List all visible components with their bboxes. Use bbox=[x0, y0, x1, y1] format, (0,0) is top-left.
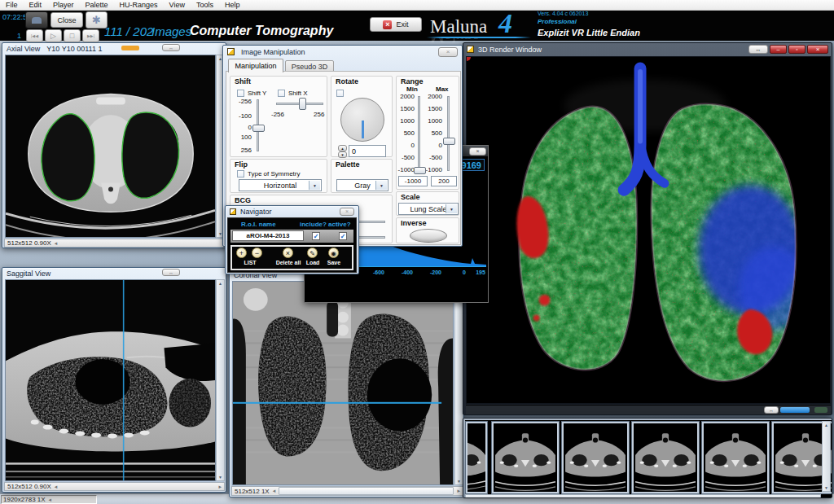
minimize-button[interactable]: – bbox=[770, 45, 787, 54]
saggital-title-bar[interactable]: Saggital View bbox=[2, 268, 226, 278]
range-min-slider-thumb[interactable] bbox=[414, 167, 426, 174]
axial-viewport[interactable] bbox=[5, 55, 216, 238]
flip-symmetry-dropdown[interactable]: Horizontal ▼ bbox=[239, 179, 322, 191]
roi-name-input[interactable]: aROI-M4-2013 bbox=[232, 230, 304, 241]
tab-manipulation[interactable]: Manipulation bbox=[228, 59, 283, 72]
saggital-vertical-scrollbar[interactable]: ▲ ▼ bbox=[216, 279, 225, 481]
load-button[interactable]: ✎ bbox=[307, 248, 318, 258]
scroll-left-icon[interactable]: ◂ bbox=[55, 484, 58, 490]
rotate-dial[interactable] bbox=[340, 98, 384, 142]
shift-y-slider-thumb[interactable] bbox=[252, 125, 265, 132]
range-max-value-field[interactable]: 200 bbox=[431, 176, 457, 186]
render3d-viewport[interactable] bbox=[466, 56, 831, 404]
menu-view[interactable]: View bbox=[164, 0, 191, 10]
rotate-checkbox[interactable] bbox=[336, 90, 344, 97]
scroll-right-icon[interactable]: ▸ bbox=[817, 495, 820, 498]
flip-checkbox[interactable] bbox=[237, 170, 244, 177]
skip-forward-button[interactable]: ▶▶| bbox=[82, 29, 99, 42]
skip-back-button[interactable]: |◀◀ bbox=[26, 29, 43, 42]
delete-all-button[interactable]: × bbox=[283, 248, 293, 258]
scroll-left-icon[interactable]: ◂ bbox=[55, 240, 58, 247]
scroll-down-icon[interactable]: ▼ bbox=[823, 485, 830, 490]
saggital-collapse-button[interactable]: ↔ bbox=[162, 269, 180, 276]
scroll-down-icon[interactable]: ▼ bbox=[217, 475, 224, 480]
chevron-down-icon: ▼ bbox=[375, 181, 387, 190]
palette-dropdown[interactable]: Gray ▼ bbox=[336, 179, 388, 191]
exit-button[interactable]: × Exit bbox=[370, 17, 422, 32]
thumbnail-vertical-scrollbar[interactable]: ▲ ▼ bbox=[822, 421, 831, 492]
scrollbar-thumb[interactable] bbox=[780, 407, 810, 413]
axial-collapse-button[interactable]: ↔ bbox=[162, 44, 180, 51]
thumbnail-partial[interactable] bbox=[466, 422, 487, 493]
histogram-close-button[interactable]: × bbox=[469, 147, 486, 156]
scroll-up-icon[interactable]: ▲ bbox=[217, 281, 224, 286]
coronal-horizontal-scrollbar[interactable] bbox=[279, 487, 454, 495]
stop-button[interactable]: □ bbox=[64, 29, 81, 42]
scrollbar-resize-button[interactable]: ↔ bbox=[764, 406, 779, 414]
render3d-collapse-button[interactable]: ↔ bbox=[748, 45, 768, 54]
include-checkbox[interactable]: ✓ bbox=[312, 232, 320, 240]
manipulation-close-button[interactable]: × bbox=[438, 47, 458, 57]
render3d-horizontal-scrollbar[interactable]: ↔ bbox=[466, 405, 831, 414]
inverse-group: Inverse bbox=[396, 217, 459, 243]
coronal-viewport[interactable] bbox=[232, 281, 454, 485]
shift-x-slider-thumb[interactable] bbox=[299, 98, 306, 110]
scroll-left-icon[interactable]: ◂ bbox=[49, 497, 52, 503]
close-button[interactable]: Close bbox=[50, 12, 83, 28]
resize-horizontal-icon: ↔ bbox=[756, 46, 762, 52]
thumbnail-1[interactable] bbox=[492, 422, 559, 493]
scroll-left-icon[interactable]: ◂ bbox=[273, 488, 276, 494]
close-window-button[interactable]: × bbox=[807, 45, 828, 54]
save-button[interactable]: ◉ bbox=[328, 248, 339, 258]
range-min-slider-track[interactable] bbox=[418, 96, 420, 171]
rotate-spinner[interactable]: ▴ ▾ bbox=[338, 145, 347, 157]
scroll-right-icon[interactable]: ▸ bbox=[457, 488, 460, 494]
menu-player[interactable]: Player bbox=[47, 0, 80, 10]
inverse-toggle-button[interactable] bbox=[410, 229, 447, 243]
range-min-value-field[interactable]: -1000 bbox=[398, 176, 428, 186]
range-max-slider-thumb[interactable] bbox=[443, 138, 455, 145]
add-roi-button[interactable]: + bbox=[236, 248, 247, 258]
axial-title-bar[interactable]: Axial View Y10 Y10 00111 1 bbox=[2, 43, 226, 54]
spin-down-icon[interactable]: ▾ bbox=[338, 151, 347, 158]
menu-help[interactable]: Help bbox=[219, 0, 246, 10]
play-button[interactable]: ▷ bbox=[45, 29, 62, 42]
thumbnail-3[interactable] bbox=[632, 422, 699, 493]
saggital-viewport[interactable] bbox=[5, 279, 216, 481]
range-max-slider-track[interactable] bbox=[447, 96, 450, 171]
histogram-value: 9169 bbox=[462, 160, 481, 170]
check-icon: ✓ bbox=[314, 233, 319, 240]
navigator-button-bar: + − × ✎ ◉ LIST Delete all Load Save bbox=[230, 245, 353, 270]
manipulation-title-bar[interactable]: Image Manipulation × bbox=[223, 46, 462, 58]
navigator-body: R.o.I. name include? active? aROI-M4-201… bbox=[227, 217, 357, 273]
axial-title: Axial View bbox=[7, 45, 40, 53]
thumbnail-4[interactable] bbox=[702, 422, 769, 493]
frame-number: 1 bbox=[17, 32, 21, 40]
scroll-up-icon[interactable]: ▲ bbox=[823, 423, 830, 427]
close-icon: × bbox=[816, 46, 820, 53]
lock-button[interactable] bbox=[25, 11, 48, 28]
rotate-value-field[interactable]: 0 bbox=[349, 145, 386, 157]
menu-file[interactable]: File bbox=[0, 0, 24, 10]
maximize-button[interactable]: ▫ bbox=[788, 45, 805, 54]
shift-y-checkbox[interactable] bbox=[237, 90, 244, 97]
active-column: active? bbox=[328, 221, 351, 228]
menu-hu-ranges[interactable]: HU-Ranges bbox=[114, 0, 164, 10]
scroll-down-icon[interactable]: ▼ bbox=[455, 479, 463, 484]
active-checkbox[interactable]: ✓ bbox=[339, 232, 347, 240]
remove-roi-button[interactable]: − bbox=[252, 248, 262, 258]
menu-edit[interactable]: Edit bbox=[24, 0, 48, 10]
menu-tools[interactable]: Tools bbox=[191, 0, 219, 10]
thumbnail-2[interactable] bbox=[562, 422, 629, 493]
scale-dropdown[interactable]: Lung Scale ▼ bbox=[398, 203, 459, 215]
shift-x-checkbox[interactable] bbox=[278, 90, 285, 97]
scale-group: Scale Lung Scale ▼ bbox=[396, 191, 459, 216]
navigator-close-button[interactable]: × bbox=[340, 208, 354, 216]
thumbnail-horizontal-scrollbar[interactable]: ▸ bbox=[465, 494, 821, 497]
menu-palette[interactable]: Palette bbox=[80, 0, 114, 10]
spin-up-icon[interactable]: ▴ bbox=[338, 145, 347, 151]
close-icon: × bbox=[446, 48, 450, 55]
scroll-right-icon[interactable]: ▸ bbox=[218, 484, 222, 490]
render3d-title-bar[interactable]: 3D Render Window ↔ – ▫ × bbox=[463, 43, 832, 55]
navigator-title-bar[interactable]: Navigator × bbox=[226, 206, 358, 217]
